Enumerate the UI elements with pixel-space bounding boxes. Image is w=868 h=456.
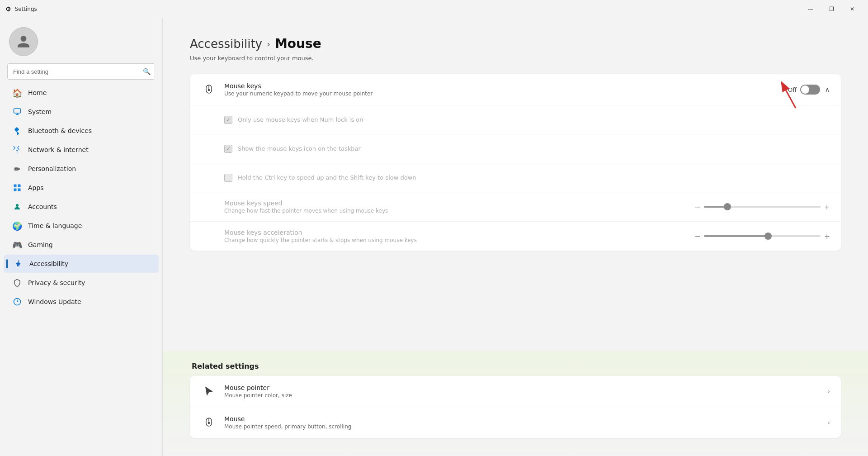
mouse-keys-row: Mouse keys Use your numeric keypad to mo… [190, 74, 841, 105]
sidebar-item-accounts[interactable]: Accounts [4, 198, 159, 216]
mouse-keys-title: Mouse keys [224, 82, 788, 90]
sidebar-item-system[interactable]: System [4, 103, 159, 121]
sidebar-item-personalization[interactable]: ✏️ Personalization [4, 160, 159, 178]
speed-slider-wrap: − + [694, 203, 830, 211]
search-box[interactable]: 🔍 [7, 63, 155, 80]
acceleration-title: Mouse keys acceleration [224, 229, 684, 236]
accounts-icon [13, 202, 22, 211]
mouse-pointer-text: Mouse pointer Mouse pointer color, size [224, 384, 827, 399]
speed-slider-track[interactable] [704, 206, 820, 208]
ctrl-key-label: Hold the Ctrl key to speed up and the Sh… [238, 174, 416, 181]
sidebar-item-bluetooth[interactable]: Bluetooth & devices [4, 122, 159, 140]
sidebar-item-privacy[interactable]: Privacy & security [4, 274, 159, 292]
sidebar-item-home[interactable]: 🏠 Home [4, 84, 159, 102]
bluetooth-icon [13, 126, 22, 135]
sidebar-item-label: Bluetooth & devices [28, 127, 92, 134]
mouse-keys-icon [201, 81, 217, 98]
sidebar-item-gaming[interactable]: 🎮 Gaming [4, 236, 159, 254]
num-lock-checkbox-wrap: ✓ Only use mouse keys when Num lock is o… [224, 116, 363, 124]
num-lock-label: Only use mouse keys when Num lock is on [238, 116, 363, 123]
maximize-button[interactable]: ❐ [821, 2, 842, 16]
mouse-pointer-desc: Mouse pointer color, size [224, 392, 827, 399]
acceleration-slider-row: Mouse keys acceleration Change how quick… [190, 222, 841, 251]
acceleration-minus-btn[interactable]: − [694, 232, 700, 241]
minimize-button[interactable]: — [800, 2, 821, 16]
svg-point-13 [208, 423, 210, 424]
num-lock-row: ✓ Only use mouse keys when Num lock is o… [190, 105, 841, 134]
taskbar-icon-checkbox[interactable]: ✓ [224, 145, 232, 153]
svg-rect-2 [18, 185, 21, 187]
speed-plus-btn[interactable]: + [824, 203, 830, 211]
time-icon: 🌍 [13, 221, 22, 230]
check-icon-2: ✓ [226, 146, 231, 152]
search-input[interactable] [7, 63, 155, 80]
breadcrumb-parent[interactable]: Accessibility [190, 37, 262, 51]
mouse-pointer-row[interactable]: Mouse pointer Mouse pointer color, size … [190, 376, 841, 407]
toggle-wrap: Off [788, 85, 820, 95]
sidebar-item-update[interactable]: Windows Update [4, 293, 159, 311]
acceleration-slider-thumb[interactable] [764, 233, 772, 240]
accessibility-icon [14, 259, 23, 268]
close-button[interactable]: ✕ [842, 2, 863, 16]
speed-minus-btn[interactable]: − [694, 203, 700, 211]
mouse-keys-control: Off ∧ [788, 85, 830, 95]
sidebar-item-label: Accessibility [29, 260, 68, 267]
titlebar: ⚙ Settings — ❐ ✕ [0, 0, 868, 18]
settings-icon: ⚙ [5, 5, 11, 13]
related-settings-card: Mouse pointer Mouse pointer color, size … [190, 376, 841, 438]
titlebar-left: ⚙ Settings [5, 5, 37, 13]
svg-point-6 [18, 261, 19, 262]
ctrl-key-checkbox-wrap: Hold the Ctrl key to speed up and the Sh… [224, 174, 416, 182]
toggle-knob [801, 86, 809, 94]
sidebar: 🔍 🏠 Home System Bluetooth & devices Netw… [0, 18, 163, 456]
breadcrumb-current: Mouse [275, 36, 321, 51]
sidebar-item-accessibility[interactable]: Accessibility [4, 255, 159, 273]
acceleration-slider-fill [704, 235, 768, 237]
page-subtitle: Use your keyboard to control your mouse. [190, 55, 841, 62]
avatar [9, 27, 38, 56]
sidebar-item-label: Home [28, 89, 47, 96]
mouse-keys-toggle[interactable] [800, 85, 820, 95]
acceleration-slider-track[interactable] [704, 235, 820, 237]
breadcrumb-separator: › [267, 38, 270, 49]
sidebar-item-time[interactable]: 🌍 Time & language [4, 217, 159, 235]
sidebar-item-label: Time & language [28, 222, 82, 229]
related-settings-title: Related settings [190, 351, 841, 370]
speed-title: Mouse keys speed [224, 200, 684, 207]
svg-rect-3 [14, 189, 17, 191]
main-content: Accessibility › Mouse Use your keyboard … [163, 18, 868, 351]
acceleration-plus-btn[interactable]: + [824, 232, 830, 241]
svg-rect-4 [18, 189, 21, 191]
home-icon: 🏠 [13, 88, 22, 97]
mouse-text: Mouse Mouse pointer speed, primary butto… [224, 415, 827, 430]
mouse-pointer-title: Mouse pointer [224, 384, 827, 391]
sidebar-item-label: System [28, 108, 52, 115]
ctrl-key-checkbox[interactable] [224, 174, 232, 182]
system-icon [13, 107, 22, 116]
acceleration-desc: Change how quickly the pointer starts & … [224, 237, 684, 243]
taskbar-icon-row: ✓ Show the mouse keys icon on the taskba… [190, 134, 841, 163]
check-icon: ✓ [226, 117, 231, 123]
sidebar-item-label: Accounts [28, 203, 57, 210]
chevron-up-icon[interactable]: ∧ [825, 86, 830, 94]
num-lock-checkbox[interactable]: ✓ [224, 116, 232, 124]
sidebar-profile [0, 18, 162, 63]
speed-slider-row: Mouse keys speed Change how fast the poi… [190, 192, 841, 222]
speed-desc: Change how fast the pointer moves when u… [224, 208, 684, 214]
sidebar-item-label: Windows Update [28, 298, 81, 305]
mouse-chevron: › [827, 419, 830, 426]
mouse-keys-desc: Use your numeric keypad to move your mou… [224, 90, 788, 97]
speed-slider-thumb[interactable] [724, 203, 731, 210]
mouse-row[interactable]: Mouse Mouse pointer speed, primary butto… [190, 407, 841, 438]
update-icon [13, 297, 22, 306]
toggle-label: Off [788, 86, 797, 93]
sidebar-item-network[interactable]: Network & internet [4, 141, 159, 159]
titlebar-controls: — ❐ ✕ [800, 2, 863, 16]
svg-rect-0 [14, 109, 21, 113]
gaming-icon: 🎮 [13, 240, 22, 249]
network-icon [13, 145, 22, 154]
sidebar-item-label: Personalization [28, 165, 76, 172]
titlebar-title: Settings [15, 6, 37, 12]
search-icon: 🔍 [143, 68, 151, 75]
sidebar-item-apps[interactable]: Apps [4, 179, 159, 197]
